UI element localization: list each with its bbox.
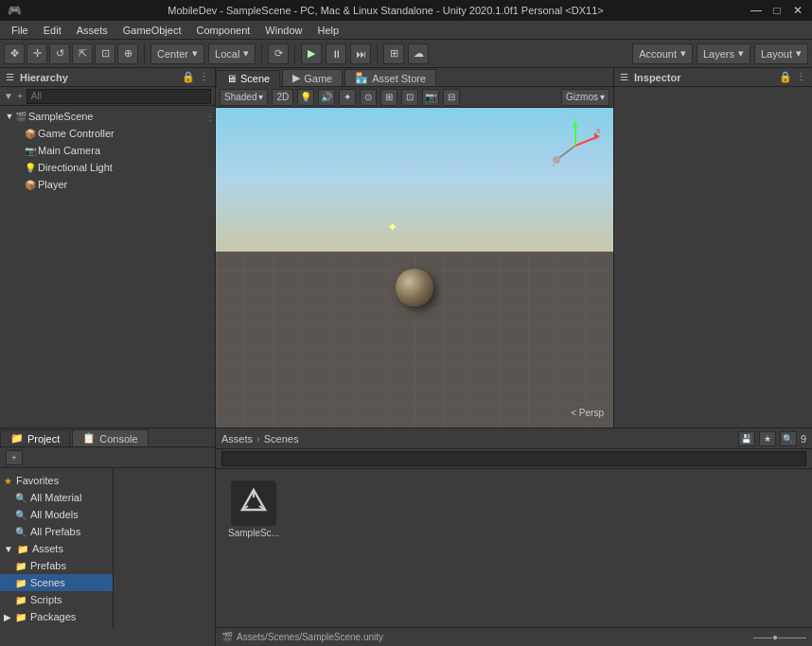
tree-item-packages[interactable]: ▶ 📁 Packages: [0, 608, 113, 625]
menu-item-gameobject[interactable]: GameObject: [115, 23, 189, 38]
inspector-menu-icon[interactable]: ☰: [620, 72, 628, 82]
tab-game[interactable]: ▶ Game: [282, 69, 343, 86]
hand-tool-button[interactable]: ✥: [4, 44, 25, 64]
shading-mode-dropdown[interactable]: Shaded ▾: [220, 89, 268, 106]
minimize-button[interactable]: —: [750, 4, 763, 17]
menu-item-window[interactable]: Window: [257, 23, 309, 38]
samplescene-arrow-icon: ▼: [4, 112, 15, 121]
coord-label: Local: [215, 48, 239, 60]
scene-cam-btn[interactable]: 📷: [422, 89, 439, 106]
coord-mode-dropdown[interactable]: Local ▾: [208, 44, 256, 64]
favorites-star-icon: ★: [4, 476, 12, 486]
inspector-panel: ☰ Inspector 🔒 ⋮: [613, 68, 812, 428]
layout-arrow-icon: ▾: [796, 47, 802, 60]
hierarchy-item-maincamera[interactable]: 📷 Main Camera: [0, 142, 215, 159]
samplescene-more-icon[interactable]: ⋮: [205, 112, 215, 122]
scene-canvas[interactable]: ✦: [216, 108, 613, 428]
scripts-label: Scripts: [30, 594, 62, 605]
menubar: FileEditAssetsGameObjectComponentWindowH…: [0, 21, 812, 40]
project-star-btn[interactable]: ★: [759, 431, 776, 446]
inspector-more-icon[interactable]: ⋮: [796, 71, 806, 83]
hierarchy-item-directionallight[interactable]: 💡 Directional Light: [0, 159, 215, 176]
tab-project[interactable]: 📁 Project: [0, 429, 70, 446]
tree-item-favorites[interactable]: ★ Favorites: [0, 472, 113, 489]
scene-audio-btn[interactable]: 🔊: [318, 89, 335, 106]
tree-item-assets[interactable]: ▼ 📁 Assets: [0, 540, 113, 557]
tree-item-all-prefabs[interactable]: 🔍 All Prefabs: [0, 523, 113, 540]
loop-button[interactable]: ⟳: [268, 44, 289, 64]
scene-extra2-btn[interactable]: ⊟: [443, 89, 460, 106]
toolbar-sep-3: [294, 44, 295, 64]
layers-dropdown[interactable]: Layers ▾: [697, 44, 750, 64]
scale-tool-button[interactable]: ⇱: [72, 44, 93, 64]
step-button[interactable]: ⏭: [350, 44, 371, 64]
gizmos-dropdown[interactable]: Gizmos ▾: [561, 89, 609, 106]
asset-item-samplescene[interactable]: SampleSc...: [223, 477, 284, 542]
console-tab-label: Console: [99, 433, 137, 445]
gizmos-label: Gizmos: [566, 92, 598, 102]
scene-grid-btn[interactable]: ⊞: [380, 89, 397, 106]
hierarchy-panel-icons: 🔒 ⋮: [182, 71, 209, 83]
add-icon[interactable]: +: [17, 91, 23, 101]
breadcrumb-scenes[interactable]: Scenes: [264, 433, 299, 445]
hierarchy-item-gamecontroller[interactable]: 📦 Game Controller: [0, 125, 215, 142]
tab-scene[interactable]: 🖥 Scene: [216, 70, 280, 87]
breadcrumb-assets[interactable]: Assets: [221, 433, 253, 445]
project-save-btn[interactable]: 💾: [738, 431, 755, 446]
2d-mode-button[interactable]: 2D: [272, 89, 293, 106]
pivot-mode-dropdown[interactable]: Center ▾: [150, 44, 204, 64]
scene-fx-btn[interactable]: ✦: [339, 89, 356, 106]
tree-item-all-models[interactable]: 🔍 All Models: [0, 506, 113, 523]
scene-tab-icon: 🖥: [226, 73, 237, 84]
svg-text:X: X: [596, 128, 601, 134]
pause-button[interactable]: ⏸: [326, 44, 346, 64]
close-button[interactable]: ✕: [791, 4, 804, 17]
menu-item-edit[interactable]: Edit: [36, 23, 69, 38]
scenes-folder-icon: 📁: [15, 578, 26, 588]
hierarchy-item-samplescene[interactable]: ▼ 🎬 SampleScene ⋮: [0, 108, 215, 125]
svg-marker-5: [572, 122, 579, 127]
zoom-slider[interactable]: ——●———: [753, 632, 806, 642]
project-search-input[interactable]: [221, 451, 806, 466]
rect-tool-button[interactable]: ⊡: [95, 44, 115, 64]
cloud-button[interactable]: ☁: [408, 44, 429, 64]
directionallight-icon: 💡: [25, 163, 38, 173]
hierarchy-menu-icon[interactable]: ☰: [6, 72, 14, 82]
play-button[interactable]: ▶: [301, 44, 322, 64]
tree-item-scenes[interactable]: 📁 Scenes: [0, 574, 113, 591]
scene-light-btn[interactable]: 💡: [297, 89, 314, 106]
tree-item-all-material[interactable]: 🔍 All Material: [0, 489, 113, 506]
scene-hidden-btn[interactable]: ⊙: [360, 89, 377, 106]
hierarchy-more-icon[interactable]: ⋮: [199, 71, 209, 83]
project-search-icon-btn[interactable]: 🔍: [780, 431, 797, 446]
account-dropdown[interactable]: Account ▾: [632, 44, 693, 64]
title-text: MobileDev - SampleScene - PC, Mac & Linu…: [22, 5, 750, 16]
hierarchy-lock-icon[interactable]: 🔒: [182, 71, 195, 83]
menu-item-file[interactable]: File: [4, 23, 36, 38]
menu-item-help[interactable]: Help: [309, 23, 346, 38]
tab-console[interactable]: 📋 Console: [72, 429, 148, 446]
collab-button[interactable]: ⊞: [383, 44, 404, 64]
top-panels: ☰ Hierarchy 🔒 ⋮ ▼ + ▼ 🎬 SampleScene: [0, 68, 812, 428]
menu-item-assets[interactable]: Assets: [69, 23, 115, 38]
tree-item-scripts[interactable]: 📁 Scripts: [0, 591, 113, 608]
hierarchy-item-player[interactable]: 📦 Player: [0, 176, 215, 193]
add-project-button[interactable]: +: [6, 450, 23, 465]
path-breadcrumb: Assets › Scenes: [221, 433, 298, 445]
maximize-button[interactable]: □: [770, 4, 784, 17]
menu-item-component[interactable]: Component: [188, 23, 257, 38]
scene-gizmo-widget[interactable]: X Y Z: [547, 117, 604, 174]
inspector-lock-icon[interactable]: 🔒: [779, 71, 792, 83]
move-tool-button[interactable]: ✛: [26, 44, 47, 64]
toolbar-loop-group: ⟳: [268, 44, 289, 64]
hierarchy-search-input[interactable]: [26, 89, 211, 104]
packages-arrow-icon: ▶: [4, 612, 11, 622]
maincamera-icon: 📷: [25, 146, 38, 156]
all-prefabs-label: All Prefabs: [30, 526, 80, 537]
layout-dropdown[interactable]: Layout ▾: [754, 44, 808, 64]
scene-extra-btn[interactable]: ⊡: [401, 89, 418, 106]
tree-item-prefabs[interactable]: 📁 Prefabs: [0, 557, 113, 574]
rotate-tool-button[interactable]: ↺: [49, 44, 70, 64]
transform-tool-button[interactable]: ⊕: [117, 44, 138, 64]
tab-asset-store[interactable]: 🏪 Asset Store: [344, 69, 436, 86]
